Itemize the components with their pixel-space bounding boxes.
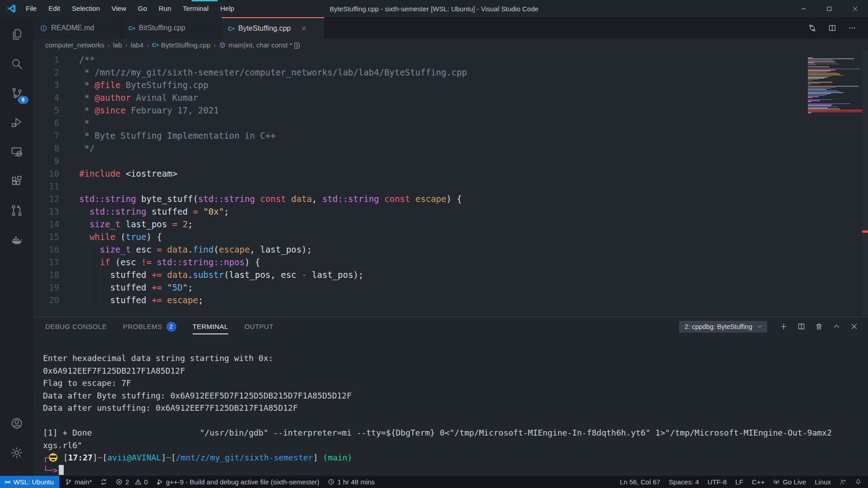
code-line: 10#include <iostream> <box>33 167 868 180</box>
maximize-panel-button[interactable] <box>833 323 840 330</box>
breadcrumb: computer_networks›lab›lab4›C+ByteStuffin… <box>33 39 868 51</box>
menu-view[interactable]: View <box>106 0 132 17</box>
code-line: 19 stuffed += "5D"; <box>33 281 868 294</box>
notifications[interactable] <box>855 479 862 485</box>
code-line: 15 while (true) { <box>33 230 868 243</box>
activity-bar: 6 <box>0 17 33 476</box>
eol[interactable]: LF <box>736 478 744 486</box>
activity-run-and-debug[interactable] <box>6 112 28 133</box>
code-text: std::string stuffed = "0x"; <box>79 205 229 218</box>
menu-terminal[interactable]: Terminal <box>177 0 215 17</box>
panel-tab-output[interactable]: OUTPUT <box>245 319 274 334</box>
close-window-button[interactable] <box>842 0 868 17</box>
breadcrumb-item-file[interactable]: C+ByteStuffing.cpp <box>152 41 210 49</box>
activity-source-control[interactable]: 6 <box>6 82 28 104</box>
feedback[interactable] <box>840 479 846 485</box>
activity-accounts[interactable] <box>6 413 28 434</box>
indent-guide <box>100 294 100 306</box>
scm-badge: 6 <box>18 96 28 104</box>
more-actions-button[interactable] <box>848 24 856 32</box>
split-editor-button[interactable] <box>828 24 836 32</box>
broadcast-icon <box>773 479 780 485</box>
new-terminal-button[interactable] <box>780 323 788 330</box>
menu-file[interactable]: File <box>20 0 42 17</box>
minimap-current-line-highlight <box>808 110 862 113</box>
menu-run[interactable]: Run <box>153 0 177 17</box>
line-number: 9 <box>33 155 79 167</box>
code-line: 20 stuffed += escape; <box>33 294 868 306</box>
sync-changes[interactable] <box>100 479 107 485</box>
gear-icon <box>10 446 23 459</box>
breadcrumb-item[interactable]: lab4 <box>131 41 143 49</box>
problems-badge: 2 <box>166 322 176 332</box>
panel-tab-terminal[interactable]: TERMINAL <box>193 319 228 334</box>
editor-scrollbar[interactable] <box>862 51 868 317</box>
go-live[interactable]: Go Live <box>773 478 806 486</box>
code-line: 11 <box>33 180 868 192</box>
time-tracker[interactable]: 1 hr 48 mins <box>328 478 375 486</box>
git-branch[interactable]: main* <box>65 478 92 486</box>
cursor-position[interactable]: Ln 56, Col 67 <box>620 478 660 486</box>
terminal-line: Data after unstuffing: 0x6A912EEF7F125DB… <box>43 402 868 414</box>
menu-help[interactable]: Help <box>214 0 240 17</box>
breadcrumb-symbol-label: main(int, char const * []) <box>228 41 300 49</box>
breadcrumb-item[interactable]: lab <box>113 41 122 49</box>
os-linux[interactable]: Linux <box>815 478 831 486</box>
tab-readme.md[interactable]: README.md <box>33 17 122 39</box>
code-line: 1/** <box>33 53 868 66</box>
debug-alt-icon <box>156 479 163 485</box>
indentation[interactable]: Spaces: 4 <box>669 478 699 486</box>
menu-go[interactable]: Go <box>132 0 153 17</box>
feedback-icon <box>840 479 846 485</box>
terminal-output[interactable]: Enter hexadecimal data string starting w… <box>33 336 868 476</box>
open-changes-button[interactable] <box>808 24 816 32</box>
panel-tab-debug-console[interactable]: DEBUG CONSOLE <box>45 319 107 334</box>
activity-extensions[interactable] <box>6 170 28 192</box>
tab-bytestuffing.cpp[interactable]: C+ByteStuffing.cpp <box>222 17 325 39</box>
line-number: 10 <box>33 167 79 180</box>
breadcrumb-item-symbol[interactable]: main(int, char const * []) <box>219 41 300 49</box>
menu-edit[interactable]: Edit <box>42 0 66 17</box>
activity-remote-explorer[interactable] <box>6 141 28 163</box>
code-line: 16 size_t esc = data.find(escape, last_p… <box>33 243 868 256</box>
close-panel-button[interactable] <box>850 323 858 330</box>
line-number: 15 <box>33 230 79 243</box>
code-line: 13 std::string stuffed = "0x"; <box>33 205 868 218</box>
warning-count: 0 <box>144 478 148 486</box>
code-text: * /mnt/z/my_git/sixth-semester/computer_… <box>79 66 467 79</box>
activity-docker[interactable] <box>6 229 28 251</box>
maximize-button[interactable] <box>816 0 842 17</box>
breadcrumb-item[interactable]: computer_networks <box>45 41 104 49</box>
terminal-selector-dropdown[interactable]: 2: cppdbg: ByteStuffing <box>679 321 767 333</box>
activity-search[interactable] <box>6 53 28 75</box>
encoding[interactable]: UTF-8 <box>708 478 727 486</box>
line-number: 2 <box>33 66 79 79</box>
minimize-button[interactable] <box>791 0 816 17</box>
tab-label: BitStuffing.cpp <box>139 24 185 32</box>
activity-explorer[interactable] <box>6 23 28 45</box>
code-editor[interactable]: 1/**2 * /mnt/z/my_git/sixth-semester/com… <box>33 51 868 317</box>
close-tab-icon[interactable] <box>301 25 307 32</box>
activity-settings[interactable] <box>6 442 28 464</box>
activity-github-pull-requests[interactable] <box>6 200 28 221</box>
terminal-line: Data after Byte stuffing: 0x6A912EEF5D7F… <box>43 389 868 402</box>
language-mode[interactable]: C++ <box>752 478 764 486</box>
code-line: 5 * @since February 17, 2021 <box>33 104 868 117</box>
minimap[interactable] <box>808 57 862 114</box>
cursor-position-label: Ln 56, Col 67 <box>620 478 660 486</box>
indent-guide <box>84 129 85 142</box>
panel-tab-problems[interactable]: PROBLEMS2 <box>123 318 176 336</box>
code-text: #include <iostream> <box>79 167 177 180</box>
code-text: if (esc != std::string::npos) { <box>79 256 260 268</box>
line-number: 17 <box>33 256 79 268</box>
menu-selection[interactable]: Selection <box>66 0 106 17</box>
split-terminal-button[interactable] <box>797 323 805 330</box>
warning-icon <box>135 479 142 485</box>
remote-indicator[interactable]: >< WSL: Ubuntu <box>0 476 59 488</box>
build-task[interactable]: g++-9 - Build and debug active file (six… <box>156 478 319 486</box>
terminal-line: Enter hexadecimal data string starting w… <box>43 352 868 365</box>
os-linux-label: Linux <box>815 478 831 486</box>
kill-terminal-button[interactable] <box>815 323 823 330</box>
problems-summary[interactable]: 20 <box>116 478 148 486</box>
tab-bitstuffing.cpp[interactable]: C+BitStuffing.cpp <box>122 17 222 39</box>
